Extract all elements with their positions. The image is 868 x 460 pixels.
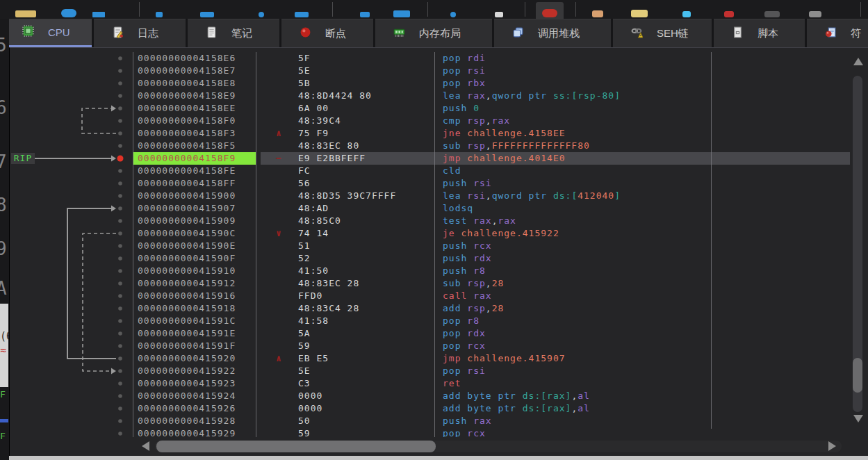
pause-icon[interactable]: [92, 12, 105, 17]
back-icon[interactable]: [450, 12, 456, 17]
disasm-row[interactable]: 00000000004158E85Bpop rbx: [133, 77, 850, 90]
forward-icon[interactable]: [495, 12, 503, 17]
tab-script[interactable]: 脚本: [714, 19, 805, 47]
disasm-row[interactable]: 0000000000415923C3ret: [133, 377, 850, 390]
tab-breakpoint[interactable]: 断点: [281, 19, 373, 47]
scroll-down-arrow-icon[interactable]: [853, 415, 863, 422]
column-separator[interactable]: [434, 52, 435, 437]
tab-notes[interactable]: 笔记: [188, 19, 279, 47]
address-cell: 00000000004158FF: [133, 177, 256, 190]
bytes-cell: 5B: [298, 77, 311, 90]
instruction-cell: jne challenge.4158EE: [443, 127, 566, 140]
vertical-scrollbar-thumb[interactable]: [853, 358, 862, 393]
open-file-icon[interactable]: [15, 10, 36, 17]
instruction-cell: jmp challenge.415907: [443, 352, 566, 365]
disasm-row[interactable]: 000000000041590048:8D35 39C7FFFFlea rsi,…: [133, 190, 850, 202]
disasm-row[interactable]: 0000000000415916FFD0call rax: [133, 290, 850, 302]
disasm-row[interactable]: 000000000041591041:50push r8: [133, 265, 850, 277]
scroll-left-arrow-icon[interactable]: [142, 441, 149, 451]
instruction-cell: add byte ptr ds:[rax],al: [443, 402, 590, 415]
disasm-row[interactable]: 000000000041591848:83C4 28add rsp,28: [133, 302, 850, 315]
disasm-row[interactable]: 00000000004158E948:8D4424 80lea rax,qwor…: [133, 90, 850, 102]
disasm-row[interactable]: 000000000041591E5Apop rdx: [133, 327, 850, 340]
breakpoint-toolbar-icon[interactable]: [542, 9, 557, 17]
address-cell: 000000000041591E: [133, 327, 256, 340]
disasm-row[interactable]: 00000000004159260000add byte ptr ds:[rax…: [133, 402, 850, 415]
disasm-row[interactable]: 000000000041590C∨74 14je challenge.41592…: [133, 227, 850, 240]
address-cell: 0000000000415924: [133, 390, 256, 402]
highlight-icon[interactable]: [682, 11, 691, 17]
tab-cpu[interactable]: CPU: [4, 19, 92, 47]
label-icon[interactable]: [724, 11, 734, 17]
instruction-cell: ret: [443, 377, 461, 390]
instruction-cell: je challenge.415922: [443, 227, 559, 240]
disasm-row[interactable]: 000000000041590F52push rdx: [133, 252, 850, 265]
cursor-icon[interactable]: [592, 10, 603, 17]
bytes-cell: C3: [298, 377, 311, 390]
address-cell: 00000000004158EE: [133, 102, 256, 115]
disasm-row[interactable]: 00000000004158F3∧75 F9jne challenge.4158…: [133, 127, 850, 140]
step-into-icon[interactable]: [259, 12, 264, 17]
rip-label: RIP: [11, 153, 35, 164]
disasm-row[interactable]: 00000000004158EE6A 00push 0: [133, 102, 850, 115]
address-cell: 0000000000415920: [133, 352, 256, 365]
tab-bar: CPU日志笔记断点内存布局调用堆栈SEH链脚本符: [4, 19, 868, 47]
disasm-row[interactable]: 00000000004158E75Epop rsi: [133, 65, 850, 77]
disasm-row[interactable]: 00000000004159225Epop rsi: [133, 365, 850, 377]
address-cell: 00000000004158F3: [133, 127, 256, 140]
tab-seh[interactable]: SEH链: [613, 19, 712, 47]
log-icon: [112, 26, 124, 41]
step-over-icon[interactable]: [295, 12, 309, 17]
disasm-row[interactable]: 000000000041591248:83EC 28sub rsp,28: [133, 277, 850, 290]
bytes-cell: 0000: [298, 402, 322, 415]
backdrop-glyph: 7: [0, 151, 7, 172]
backdrop-glyph: 8: [0, 195, 7, 215]
restart-icon[interactable]: [61, 9, 76, 17]
disasm-row[interactable]: 00000000004158F548:83EC 80sub rsp,FFFFFF…: [133, 140, 850, 152]
disasm-row[interactable]: 000000000041592850push rax: [133, 415, 850, 427]
comment-icon[interactable]: [631, 10, 648, 17]
disasm-row[interactable]: 000000000041591C41:58pop r8: [133, 315, 850, 327]
tab-memory[interactable]: 内存布局: [375, 19, 492, 47]
column-separator[interactable]: [256, 52, 256, 437]
address-cell: 0000000000415916: [133, 290, 256, 302]
disasm-row[interactable]: 00000000004158F048:39C4cmp rsp,rax: [133, 115, 850, 127]
tab-callstack[interactable]: 调用堆栈: [494, 19, 611, 47]
address-cell: 00000000004158F9: [133, 152, 256, 165]
disasm-row[interactable]: 00000000004159240000add byte ptr ds:[rax…: [133, 390, 850, 402]
pause-small-icon[interactable]: [200, 12, 214, 17]
bytes-cell: 48:85C0: [298, 215, 341, 227]
disasm-row[interactable]: 00000000004158FF56push rsi: [133, 177, 850, 190]
address-cell: 000000000041590C: [133, 227, 256, 240]
column-separator[interactable]: [133, 52, 133, 437]
bytes-cell: 75 F9: [298, 127, 329, 140]
step-out-icon[interactable]: [360, 12, 370, 17]
background-window-strip: 56789A(6≈FF: [0, 19, 9, 460]
address-cell: 000000000041590E: [133, 240, 256, 252]
disasm-row[interactable]: 000000000041590E51push rcx: [133, 240, 850, 252]
scroll-right-arrow-icon[interactable]: [828, 441, 836, 451]
address-cell: 0000000000415926: [133, 402, 256, 415]
settings-icon[interactable]: [809, 11, 821, 17]
tab-label: CPU: [48, 26, 70, 38]
disasm-row[interactable]: 0000000000415920∧EB E5jmp challenge.4159…: [133, 352, 850, 365]
disasm-row[interactable]: 000000000041591F59pop rcx: [133, 340, 850, 352]
column-separator[interactable]: [711, 52, 712, 429]
disasm-row[interactable]: 000000000041592959pop rcx: [133, 427, 850, 437]
disasm-row[interactable]: 000000000041590948:85C0test rax,rax: [133, 215, 850, 227]
scroll-up-arrow-icon[interactable]: [853, 58, 863, 65]
disasm-row[interactable]: 00000000004158F9−E9 E2BBFEFFjmp challeng…: [133, 152, 850, 165]
disassembly-rows[interactable]: 00000000004158E65Fpop rdi00000000004158E…: [133, 52, 850, 437]
horizontal-scrollbar-thumb[interactable]: [156, 441, 436, 452]
disasm-row[interactable]: 00000000004158FEFCcld: [133, 165, 850, 177]
address-cell: 0000000000415928: [133, 415, 256, 427]
jump-arrows-gutter[interactable]: [10, 48, 133, 456]
tab-label: 日志: [138, 27, 158, 40]
run-icon[interactable]: [156, 12, 163, 17]
run-to-cursor-icon[interactable]: [393, 10, 410, 17]
disasm-row[interactable]: 000000000041590748:ADlodsq: [133, 202, 850, 215]
trace-icon[interactable]: [764, 11, 780, 17]
tab-symbol[interactable]: 符: [807, 19, 868, 47]
tab-log[interactable]: 日志: [94, 19, 186, 47]
disasm-row[interactable]: 00000000004158E65Fpop rdi: [133, 52, 850, 65]
